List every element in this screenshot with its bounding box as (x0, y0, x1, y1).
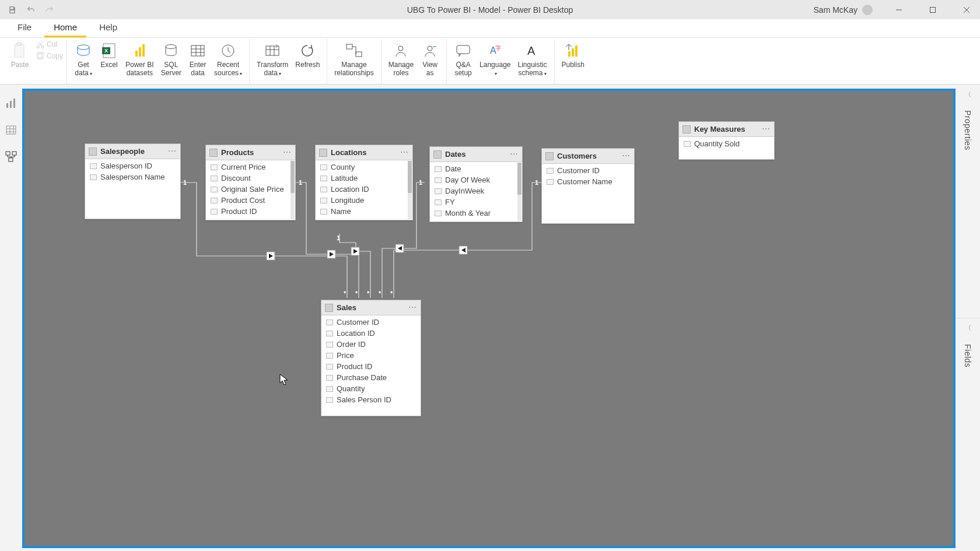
recent-sources-button[interactable]: Recent sources▾ (211, 40, 246, 79)
field-row[interactable]: Quantity (321, 383, 421, 394)
pbi-datasets-button[interactable]: Power BI datasets (122, 40, 158, 79)
manage-roles-button[interactable]: Manage roles (385, 40, 417, 79)
model-view-button[interactable] (4, 150, 18, 164)
table-dates[interactable]: Dates ⋯ Date Day Of Week DayInWeek FY Mo… (429, 146, 523, 222)
ribbon-group-queries: Transform data▾ Refresh (250, 39, 327, 85)
field-row[interactable]: Current Price (206, 162, 295, 173)
field-row[interactable]: County (316, 162, 412, 173)
get-data-button[interactable]: Get data▾ (71, 40, 96, 79)
table-options-icon[interactable]: ⋯ (400, 148, 409, 157)
table-header[interactable]: Products ⋯ (206, 145, 295, 160)
field-row[interactable]: Quantity Sold (679, 138, 774, 149)
properties-pane-collapsed[interactable]: Properties (956, 104, 980, 318)
field-row[interactable]: Date (430, 163, 522, 174)
tab-file[interactable]: File (8, 19, 41, 37)
table-sales[interactable]: Sales ⋯ Customer ID Location ID Order ID… (321, 300, 421, 416)
field-row[interactable]: Name (316, 206, 412, 217)
pbi-datasets-icon (130, 41, 149, 60)
table-header[interactable]: Dates ⋯ (430, 147, 522, 162)
table-options-icon[interactable]: ⋯ (622, 151, 631, 160)
model-canvas[interactable]: 1 * 1 * 1 * 1 * 1 (22, 89, 956, 548)
table-salespeople[interactable]: Salespeople ⋯ Salesperson ID Salesperson… (85, 143, 181, 219)
undo-icon[interactable] (26, 5, 36, 15)
excel-button[interactable]: X Excel (96, 40, 122, 71)
expand-fields-button[interactable]: 〈 (956, 318, 980, 338)
field-row[interactable]: Salesperson ID (85, 160, 180, 171)
field-row[interactable]: Day Of Week (430, 174, 522, 185)
data-view-button[interactable] (4, 123, 18, 137)
transform-data-button[interactable]: Transform data▾ (253, 40, 292, 79)
qa-setup-button[interactable]: Q&A setup (450, 40, 476, 79)
svg-rect-17 (266, 46, 279, 55)
report-view-button[interactable] (4, 96, 18, 110)
save-icon[interactable] (7, 5, 18, 15)
field-row[interactable]: Order ID (321, 339, 421, 350)
table-header[interactable]: Sales ⋯ (321, 300, 421, 315)
table-options-icon[interactable]: ⋯ (762, 124, 771, 134)
ribbon-group-security: Manage roles View as (382, 39, 447, 85)
manage-relationships-button[interactable]: Manage relationships (331, 40, 377, 79)
table-products[interactable]: Products ⋯ Current Price Discount Origin… (205, 145, 296, 220)
table-header[interactable]: Salespeople ⋯ (85, 144, 180, 159)
field-row[interactable]: Location ID (316, 184, 412, 195)
field-row[interactable]: Sales Person ID (321, 394, 421, 405)
table-header[interactable]: Locations ⋯ (316, 145, 412, 160)
recent-sources-icon (219, 41, 237, 60)
field-row[interactable]: Customer ID (542, 165, 634, 176)
field-row[interactable]: Customer ID (321, 317, 421, 328)
sql-server-button[interactable]: SQL Server (158, 40, 185, 79)
account-user[interactable]: Sam McKay (814, 5, 873, 15)
field-row[interactable]: FY (430, 196, 522, 208)
table-options-icon[interactable]: ⋯ (168, 146, 177, 156)
field-row[interactable]: Purchase Date (321, 372, 421, 383)
copy-button: Copy (36, 52, 63, 60)
refresh-button[interactable]: Refresh (292, 40, 323, 71)
table-options-icon[interactable]: ⋯ (510, 149, 519, 159)
field-icon (435, 199, 442, 205)
field-row[interactable]: Price (321, 350, 421, 361)
field-row[interactable]: Product Cost (206, 195, 295, 206)
table-key-measures[interactable]: Key Measures ⋯ Quantity Sold (678, 121, 775, 160)
enter-data-button[interactable]: Enter data (185, 40, 211, 79)
table-options-icon[interactable]: ⋯ (283, 148, 292, 157)
field-row[interactable]: Month & Year (430, 208, 522, 219)
maximize-button[interactable] (919, 0, 946, 19)
fields-pane-collapsed[interactable]: Fields (956, 338, 980, 552)
publish-button[interactable]: Publish (558, 40, 588, 71)
field-row[interactable]: Original Sale Price (206, 184, 295, 195)
svg-rect-46 (351, 247, 359, 255)
scrollbar[interactable] (290, 161, 295, 219)
field-row[interactable]: DayInWeek (430, 185, 522, 196)
language-button[interactable]: A字 Language▾ (476, 40, 514, 79)
table-header[interactable]: Key Measures ⋯ (679, 122, 774, 137)
field-row[interactable]: Discount (206, 173, 295, 184)
tab-help[interactable]: Help (90, 19, 127, 37)
close-button[interactable] (953, 0, 980, 19)
qa-setup-icon (454, 41, 473, 60)
svg-text:*: * (390, 290, 393, 297)
field-icon (326, 342, 333, 348)
scrollbar[interactable] (408, 161, 412, 219)
view-as-button[interactable]: View as (417, 40, 443, 79)
minimize-button[interactable] (886, 0, 912, 19)
field-row[interactable]: Latitude (316, 173, 412, 184)
table-locations[interactable]: Locations ⋯ County Latitude Location ID … (315, 145, 413, 220)
field-icon (435, 210, 442, 216)
redo-icon[interactable] (44, 5, 55, 15)
svg-text:*: * (355, 290, 358, 297)
field-row[interactable]: Location ID (321, 328, 421, 339)
field-row[interactable]: Product ID (321, 361, 421, 372)
linguistic-schema-button[interactable]: A Linguistic schema▾ (514, 40, 550, 79)
table-customers[interactable]: Customers ⋯ Customer ID Customer Name (541, 148, 635, 224)
table-header[interactable]: Customers ⋯ (542, 149, 634, 164)
expand-properties-button[interactable]: 〈 (956, 85, 980, 104)
field-row[interactable]: Salesperson Name (85, 171, 180, 183)
field-row[interactable]: Customer Name (542, 176, 634, 187)
scrollbar[interactable] (517, 163, 522, 221)
field-row[interactable]: Product ID (206, 206, 295, 217)
tab-home[interactable]: Home (44, 19, 86, 37)
svg-rect-12 (139, 47, 141, 57)
field-row[interactable]: Longitude (316, 195, 412, 206)
table-name: Key Measures (694, 125, 745, 134)
table-options-icon[interactable]: ⋯ (408, 303, 417, 312)
